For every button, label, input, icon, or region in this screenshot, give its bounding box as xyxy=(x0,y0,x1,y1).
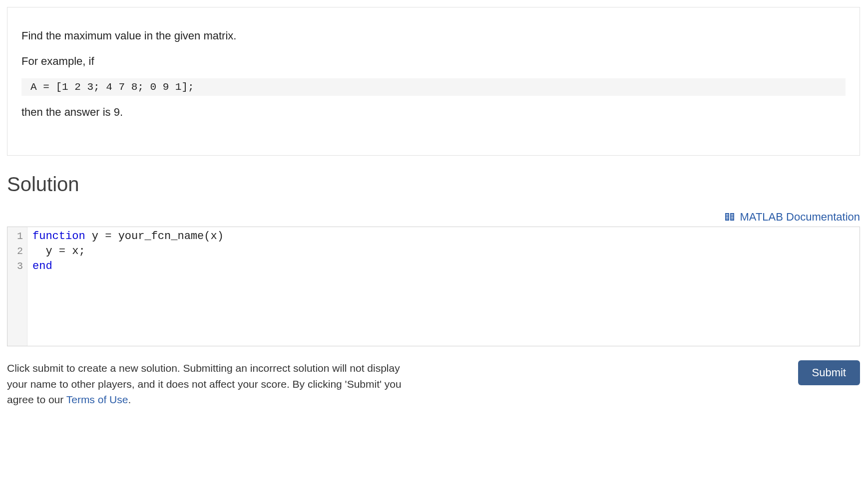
doc-link-row: MATLAB Documentation xyxy=(7,211,860,224)
svg-rect-3 xyxy=(726,219,728,219)
svg-rect-2 xyxy=(726,217,728,218)
footer-text: Click submit to create a new solution. S… xyxy=(7,360,402,408)
code-line[interactable]: function y = your_fcn_name(x) xyxy=(32,229,855,244)
solution-heading: Solution xyxy=(7,173,860,196)
problem-description: Find the maximum value in the given matr… xyxy=(7,7,860,156)
code-line[interactable]: end xyxy=(32,259,855,274)
svg-rect-4 xyxy=(731,214,733,215)
footer-row: Click submit to create a new solution. S… xyxy=(7,360,860,408)
line-number: 2 xyxy=(7,244,27,259)
svg-rect-7 xyxy=(731,219,733,219)
line-number: 3 xyxy=(7,259,27,274)
problem-answer-text: then the answer is 9. xyxy=(21,104,846,120)
code-editor[interactable]: 123 function y = your_fcn_name(x) y = x;… xyxy=(7,227,860,346)
svg-rect-5 xyxy=(731,216,733,216)
submit-button[interactable]: Submit xyxy=(798,360,860,385)
editor-gutter: 123 xyxy=(7,227,27,346)
svg-rect-1 xyxy=(726,216,728,216)
code-line[interactable]: y = x; xyxy=(32,244,855,259)
matlab-documentation-link[interactable]: MATLAB Documentation xyxy=(740,211,860,224)
problem-example-label: For example, if xyxy=(21,53,846,69)
editor-code-area[interactable]: function y = your_fcn_name(x) y = x;end xyxy=(27,227,860,346)
book-icon xyxy=(724,212,735,222)
footer-text-after: . xyxy=(128,394,131,405)
problem-code-example: A = [1 2 3; 4 7 8; 0 9 1]; xyxy=(21,78,846,96)
svg-rect-0 xyxy=(726,214,728,215)
svg-rect-6 xyxy=(731,217,733,218)
terms-of-use-link[interactable]: Terms of Use xyxy=(66,394,128,405)
line-number: 1 xyxy=(7,229,27,244)
problem-intro: Find the maximum value in the given matr… xyxy=(21,27,846,44)
